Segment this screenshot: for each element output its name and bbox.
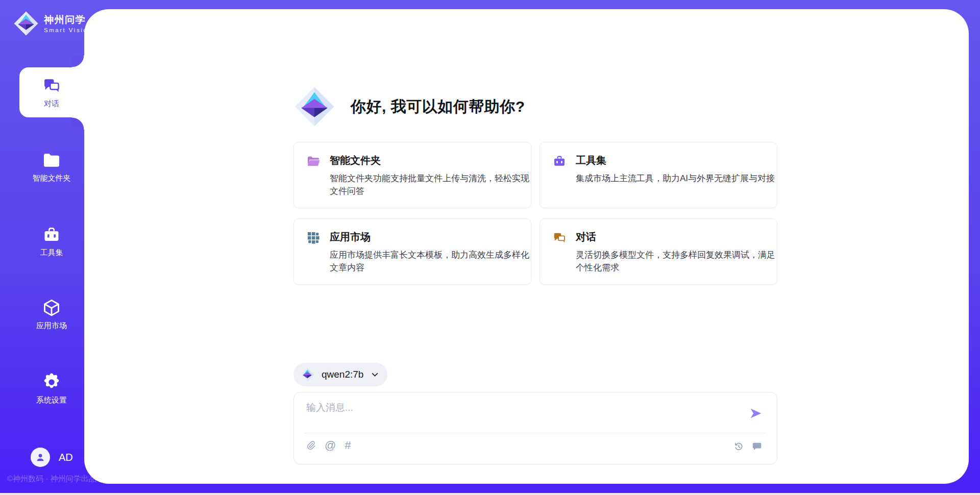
sidebar-item-label: 智能文件夹	[33, 174, 71, 183]
composer-tools-right	[733, 441, 763, 452]
composer-divider	[304, 433, 767, 433]
folder-icon	[42, 151, 61, 170]
greeting-text: 你好, 我可以如何帮助你?	[351, 96, 525, 117]
sidebar-item-toolset[interactable]: 工具集	[18, 225, 85, 258]
attachment-icon[interactable]	[305, 440, 316, 451]
content-column: 你好, 我可以如何帮助你? 智能文件夹 智能文件夹功能支持批量文件上传与清洗，轻…	[293, 9, 777, 484]
model-name: qwen2:7b	[322, 369, 363, 380]
card-description: 灵活切换多模型文件，支持多样回复效果调试，满足个性化需求	[576, 249, 776, 274]
card-description: 集成市场上主流工具，助力AI与外界无缝扩展与对接	[576, 172, 776, 185]
app: { "brand": { "name": "神州问学", "subtitle":…	[0, 0, 980, 495]
gear-icon	[42, 373, 61, 392]
hashtag-icon[interactable]: #	[345, 440, 351, 451]
feature-card-toolset[interactable]: 工具集 集成市场上主流工具，助力AI与外界无缝扩展与对接	[540, 142, 777, 208]
composer-tools: @ #	[305, 440, 351, 451]
brand-name: 神州问学	[44, 14, 92, 26]
active-tab-curve-top	[72, 55, 85, 67]
avatar	[31, 448, 50, 467]
sidebar-item-label: 对话	[44, 99, 59, 109]
feature-card-app-market[interactable]: 应用市场 应用市场提供丰富长文本模板，助力高效生成多样化文章内容	[293, 218, 531, 285]
chat-icon	[42, 76, 61, 95]
card-description: 智能文件夹功能支持批量文件上传与清洗，轻松实现文件问答	[330, 172, 530, 197]
sidebar-item-chat[interactable]: 对话	[18, 76, 85, 109]
card-description: 应用市场提供丰富长文本模板，助力高效生成多样化文章内容	[330, 249, 530, 274]
sidebar-item-settings[interactable]: 系统设置	[18, 373, 85, 405]
message-input[interactable]	[305, 400, 731, 431]
model-selector[interactable]: qwen2:7b	[293, 363, 387, 386]
user-profile[interactable]: AD	[31, 448, 73, 467]
history-icon[interactable]	[733, 441, 744, 452]
brand-subtitle: Smart Vision	[44, 27, 92, 33]
brand[interactable]: 神州问学 Smart Vision	[13, 10, 92, 37]
message-composer: @ #	[293, 392, 777, 464]
cube-icon	[42, 298, 61, 317]
feature-cards: 智能文件夹 智能文件夹功能支持批量文件上传与清洗，轻松实现文件问答 工具集 集成…	[293, 142, 777, 285]
card-title: 智能文件夹	[330, 154, 530, 167]
person-icon	[34, 451, 46, 463]
toolbox-icon	[552, 154, 567, 168]
folder-icon	[306, 154, 321, 168]
feedback-bubble-icon[interactable]	[751, 441, 763, 452]
feature-card-chat[interactable]: 对话 灵活切换多模型文件，支持多样回复效果调试，满足个性化需求	[540, 218, 777, 285]
sidebar-item-smart-folder[interactable]: 智能文件夹	[18, 151, 85, 183]
sidebar-item-label: 工具集	[40, 248, 63, 258]
chat-icon	[552, 231, 567, 245]
mention-icon[interactable]: @	[325, 440, 336, 451]
app-logo-icon	[293, 85, 335, 129]
greeting: 你好, 我可以如何帮助你?	[293, 85, 525, 129]
copyright: ©神州数码 · 神州问学出品	[7, 474, 96, 484]
model-logo-icon	[300, 367, 314, 382]
user-name: AD	[59, 452, 73, 463]
sidebar-item-label: 系统设置	[36, 395, 67, 405]
brand-logo-icon	[13, 10, 39, 37]
grid-icon	[306, 231, 321, 245]
card-title: 应用市场	[330, 230, 530, 244]
chevron-down-icon	[371, 370, 379, 379]
active-tab-curve-bottom	[72, 117, 85, 130]
briefcase-icon	[42, 225, 61, 244]
feature-card-smart-folder[interactable]: 智能文件夹 智能文件夹功能支持批量文件上传与清洗，轻松实现文件问答	[293, 142, 531, 208]
send-icon[interactable]	[749, 407, 763, 420]
card-title: 工具集	[576, 154, 776, 167]
card-title: 对话	[576, 230, 776, 244]
sidebar-item-label: 应用市场	[36, 321, 67, 331]
sidebar-item-app-market[interactable]: 应用市场	[18, 298, 85, 331]
bottom-edge	[0, 493, 980, 495]
main-panel: 你好, 我可以如何帮助你? 智能文件夹 智能文件夹功能支持批量文件上传与清洗，轻…	[84, 9, 969, 484]
